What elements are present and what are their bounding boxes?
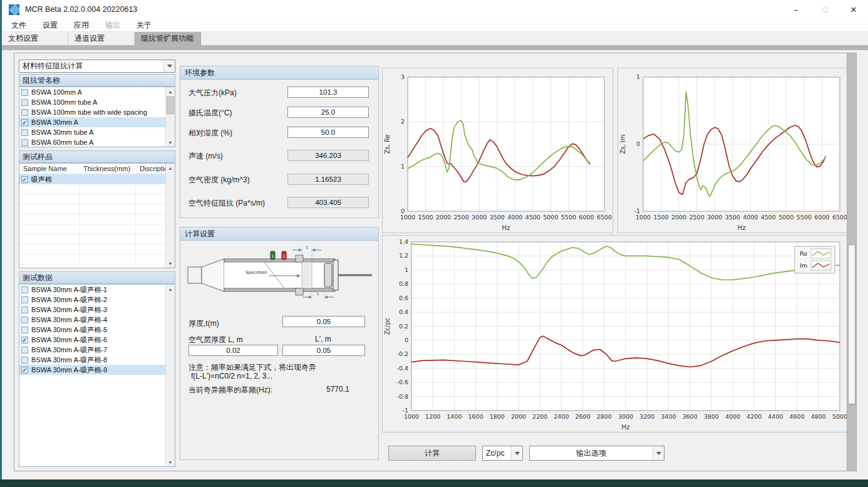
env-field-row: 声速 (m/s) bbox=[180, 150, 378, 161]
tab-channel-settings[interactable]: 通道设置 bbox=[68, 32, 135, 45]
environment-panel-header: 环境参数 bbox=[180, 66, 378, 80]
svg-text:1: 1 bbox=[272, 254, 274, 258]
output-options-dropdown[interactable]: 输出选项 bbox=[529, 446, 664, 461]
unit-dropdown[interactable]: Zc/ρc bbox=[482, 446, 523, 461]
list-item[interactable]: BSWA 60mm tube A bbox=[19, 137, 175, 147]
list-item-label: BSWA 30mm tube A bbox=[31, 128, 93, 136]
svg-text:t: t bbox=[306, 245, 308, 250]
scrollbar-thumb[interactable] bbox=[167, 97, 174, 114]
air-layer-L-input[interactable] bbox=[189, 345, 278, 356]
svg-text:2500: 2500 bbox=[454, 214, 469, 221]
air-char-impedance-input bbox=[287, 197, 369, 208]
thickness-input[interactable] bbox=[282, 316, 365, 327]
test-sample-table: Sample NameThickness(mm)Discription✓吸声棉 … bbox=[19, 163, 175, 268]
tab-document-settings[interactable]: 文档设置 bbox=[2, 32, 68, 45]
scroll-up-icon[interactable]: ▲ bbox=[166, 164, 175, 172]
checkbox[interactable] bbox=[21, 296, 28, 303]
checkbox[interactable] bbox=[21, 347, 28, 353]
speaker-box bbox=[188, 267, 202, 283]
calculate-button[interactable]: 计算 bbox=[388, 446, 476, 461]
air-char-impedance-label: 空气特征阻抗 (Pa*s/m) bbox=[189, 198, 265, 209]
main-scrollbar[interactable] bbox=[847, 53, 857, 471]
close-button[interactable]: ✕ bbox=[839, 0, 868, 19]
menu-item-about[interactable]: 关于 bbox=[128, 20, 160, 31]
checkbox[interactable] bbox=[21, 89, 28, 96]
checkbox[interactable] bbox=[21, 327, 28, 333]
calculation-panel: 计算设置 1 2 bbox=[180, 227, 379, 460]
scroll-down-icon[interactable]: ▼ bbox=[166, 259, 175, 268]
menu-item-settings[interactable]: 设置 bbox=[34, 20, 66, 31]
checkbox[interactable] bbox=[21, 109, 28, 116]
list-item[interactable]: BSWA 30mm tube A bbox=[19, 127, 175, 137]
svg-text:3000: 3000 bbox=[618, 413, 633, 420]
checkbox[interactable] bbox=[21, 357, 28, 364]
checkbox[interactable]: ✓ bbox=[21, 337, 28, 343]
list-item-label: BSWA 30mm A-吸声棉-5 bbox=[31, 325, 107, 335]
checkbox[interactable]: ✓ bbox=[21, 119, 28, 126]
sample-table-scrollbar[interactable]: ▲ ▼ bbox=[165, 164, 175, 268]
checkbox[interactable] bbox=[21, 99, 28, 106]
menu-item-application[interactable]: 应用 bbox=[66, 20, 97, 31]
calc-type-dropdown[interactable]: 材料特征阻抗计算 bbox=[19, 60, 175, 73]
svg-text:4000: 4000 bbox=[507, 214, 522, 221]
svg-text:5000: 5000 bbox=[543, 214, 558, 221]
checkbox[interactable] bbox=[21, 317, 28, 323]
tube-section-header: 阻抗管名称 bbox=[19, 74, 175, 86]
svg-text:4000: 4000 bbox=[725, 413, 740, 420]
svg-text:-0.8: -0.8 bbox=[396, 393, 408, 400]
list-item[interactable]: BSWA 30mm A-吸声棉-5 bbox=[19, 325, 175, 335]
atmospheric-pressure-input[interactable] bbox=[287, 86, 369, 98]
data-section-header: 测试数据 bbox=[19, 271, 175, 284]
checkbox[interactable] bbox=[21, 306, 28, 313]
svg-text:5500: 5500 bbox=[561, 214, 576, 221]
piston-plate bbox=[333, 260, 338, 290]
list-item[interactable]: BSWA 30mm A-吸声棉-7 bbox=[19, 345, 175, 355]
svg-text:2400: 2400 bbox=[554, 413, 569, 420]
air-layer-Lprime-input[interactable] bbox=[282, 345, 365, 356]
table-row[interactable]: ✓吸声棉 bbox=[19, 174, 165, 184]
svg-text:2000: 2000 bbox=[671, 214, 686, 221]
desktop: MCR Beta 2.02.0.004 20220613 – □ ✕ 文件设置应… bbox=[0, 0, 868, 487]
tube-list-scrollbar[interactable]: ▲ ▼ bbox=[165, 87, 175, 147]
svg-text:L: L bbox=[317, 291, 319, 296]
list-item[interactable]: BSWA 30mm A-吸声棉-8 bbox=[19, 355, 175, 365]
main-scrollbar-thumb[interactable] bbox=[848, 244, 855, 404]
checkbox[interactable] bbox=[21, 286, 28, 293]
list-item[interactable]: BSWA 30mm A-吸声棉-1 bbox=[19, 285, 175, 295]
svg-text:2500: 2500 bbox=[690, 214, 705, 221]
temperature-input[interactable] bbox=[287, 107, 369, 118]
svg-text:5000: 5000 bbox=[832, 413, 847, 420]
svg-text:1: 1 bbox=[401, 163, 405, 170]
list-item[interactable]: BSWA 30mm A-吸声棉-2 bbox=[19, 295, 175, 305]
checkbox[interactable] bbox=[21, 139, 28, 146]
checkbox[interactable]: ✓ bbox=[21, 176, 28, 183]
list-item[interactable]: ✓BSWA 30mm A-吸声棉-9 bbox=[19, 365, 175, 375]
list-item[interactable]: BSWA 30mm A-吸声棉-3 bbox=[19, 305, 175, 315]
data-list-scrollbar[interactable]: ▲ ▼ bbox=[165, 285, 175, 466]
checkbox[interactable]: ✓ bbox=[21, 367, 28, 374]
list-item[interactable]: BSWA 100mm tube A bbox=[19, 97, 175, 107]
scroll-down-icon[interactable]: ▼ bbox=[166, 458, 175, 466]
list-item[interactable]: BSWA 30mm A-吸声棉-4 bbox=[19, 315, 175, 325]
scroll-up-icon[interactable]: ▲ bbox=[166, 285, 175, 293]
list-item[interactable]: BSWA 100mm tube with wide spacing bbox=[19, 107, 175, 117]
menu-item-file[interactable]: 文件 bbox=[3, 20, 34, 31]
chart-canvas: 1000150020002500300035004000450050005500… bbox=[618, 68, 848, 233]
relative-humidity-input[interactable] bbox=[287, 127, 369, 138]
list-item[interactable]: BSWA 100mm A bbox=[19, 87, 175, 97]
list-item[interactable]: ✓BSWA 30mm A bbox=[19, 117, 175, 127]
maximize-button[interactable]: □ bbox=[810, 0, 839, 19]
scroll-up-icon[interactable]: ▲ bbox=[166, 87, 175, 96]
svg-text:5000: 5000 bbox=[778, 214, 793, 221]
tab-impedance-tube-extension[interactable]: 阻抗管扩展功能 bbox=[135, 32, 201, 45]
scroll-down-icon[interactable]: ▼ bbox=[166, 138, 175, 147]
env-field-row: 大气压力(kPa) bbox=[180, 86, 378, 98]
list-item[interactable]: ✓BSWA 30mm A-吸声棉-6 bbox=[19, 335, 175, 345]
minimize-button[interactable]: – bbox=[782, 0, 810, 19]
svg-text:0.6: 0.6 bbox=[399, 295, 408, 301]
svg-text:5500: 5500 bbox=[797, 214, 812, 221]
checkbox[interactable] bbox=[21, 129, 28, 136]
chevron-down-icon bbox=[163, 60, 175, 72]
chart-canvas: 1000150020002500300035004000450050005500… bbox=[383, 68, 612, 233]
svg-text:3000: 3000 bbox=[707, 214, 722, 221]
